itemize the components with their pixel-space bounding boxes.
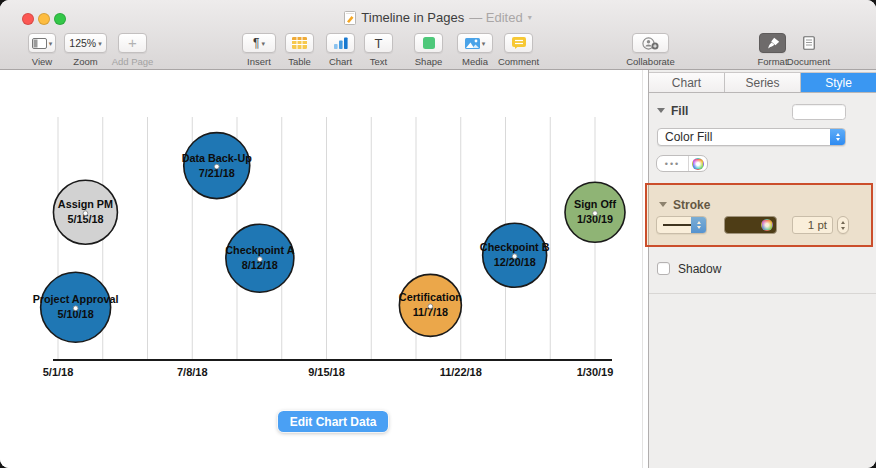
shape-label: Shape bbox=[415, 56, 442, 67]
stroke-width-field[interactable]: 1 pt bbox=[792, 216, 833, 234]
title-chevron-icon: ▾ bbox=[528, 14, 532, 22]
comment-label: Comment bbox=[498, 56, 539, 67]
data-point-marker bbox=[593, 211, 598, 216]
data-point-marker bbox=[214, 164, 219, 169]
zoom-value: 125% bbox=[69, 37, 96, 49]
chart-button[interactable] bbox=[326, 33, 355, 53]
section-divider bbox=[649, 293, 876, 294]
fill-type-value: Color Fill bbox=[658, 130, 830, 144]
shadow-label: Shadow bbox=[678, 262, 721, 276]
color-dots-icon: ••• bbox=[657, 159, 688, 169]
collaborate-button[interactable] bbox=[632, 33, 669, 53]
x-axis-tick-label: 9/15/18 bbox=[308, 366, 345, 378]
timeline-bubble-chart[interactable]: 5/1/187/8/189/15/1811/22/181/30/19Projec… bbox=[0, 70, 648, 468]
format-sidebar: Chart Series Style Fill Color Fill ••• S… bbox=[648, 70, 876, 468]
shape-button[interactable] bbox=[414, 33, 443, 53]
table-icon bbox=[292, 37, 307, 49]
collaborate-label: Collaborate bbox=[626, 56, 675, 67]
chevron-down-icon: ▾ bbox=[261, 40, 265, 47]
text-label: Text bbox=[370, 56, 387, 67]
stroke-line-style-dropdown[interactable] bbox=[656, 216, 707, 234]
format-button[interactable] bbox=[759, 33, 786, 53]
insert-label: Insert bbox=[247, 56, 271, 67]
bubble-label: Assign PM bbox=[58, 198, 113, 210]
document-title: Timeline in Pages bbox=[361, 10, 464, 25]
toolbar: Timeline in Pages — Edited ▾ ▾ View 125%… bbox=[0, 0, 876, 70]
zoom-button[interactable]: 125% ▾ bbox=[64, 33, 107, 53]
bubble-label: Checkpoint B bbox=[480, 241, 550, 253]
edit-chart-data-button[interactable]: Edit Chart Data bbox=[278, 411, 388, 432]
collaborate-person-icon bbox=[642, 37, 659, 50]
dropdown-stepper-icon bbox=[691, 217, 706, 233]
fill-color-swatch[interactable] bbox=[792, 104, 846, 120]
fill-type-dropdown[interactable]: Color Fill bbox=[657, 128, 846, 146]
table-label: Table bbox=[288, 56, 311, 67]
shape-square-icon bbox=[423, 37, 435, 49]
paintbrush-icon bbox=[766, 37, 780, 50]
data-point-marker bbox=[257, 257, 262, 262]
color-wheel-cell[interactable] bbox=[688, 156, 707, 171]
document-page-icon bbox=[803, 36, 815, 50]
view-button[interactable]: ▾ bbox=[28, 33, 56, 53]
stroke-section-label: Stroke bbox=[673, 198, 710, 212]
table-button[interactable] bbox=[285, 33, 314, 53]
window-title: Timeline in Pages — Edited ▾ bbox=[0, 10, 876, 25]
shadow-checkbox[interactable] bbox=[657, 262, 670, 275]
x-axis-tick-label: 7/8/18 bbox=[177, 366, 208, 378]
chevron-down-icon: ▾ bbox=[49, 40, 53, 47]
color-wheel-icon bbox=[761, 219, 773, 231]
bubble-label: Sign Off bbox=[574, 198, 616, 210]
fill-disclosure-triangle-icon[interactable] bbox=[657, 108, 665, 113]
stroke-width-stepper[interactable] bbox=[837, 216, 849, 234]
page-edge-line bbox=[642, 70, 643, 468]
chevron-down-icon: ▾ bbox=[98, 40, 102, 47]
bubble-label: Checkpoint A bbox=[225, 244, 294, 256]
zoom-label: Zoom bbox=[73, 56, 97, 67]
text-button[interactable]: T bbox=[364, 33, 393, 53]
data-point-marker bbox=[512, 254, 517, 259]
x-axis-tick-label: 11/22/18 bbox=[440, 366, 482, 378]
paragraph-icon: ¶ bbox=[253, 36, 259, 50]
stroke-color-well[interactable] bbox=[724, 216, 777, 234]
document-canvas: 5/1/187/8/189/15/1811/22/181/30/19Projec… bbox=[0, 70, 648, 468]
tab-style[interactable]: Style bbox=[801, 73, 876, 92]
edited-status: — Edited bbox=[469, 10, 522, 25]
document-button[interactable] bbox=[795, 33, 822, 53]
solid-line-icon bbox=[663, 224, 691, 226]
plus-icon: + bbox=[128, 35, 137, 50]
format-label: Format bbox=[757, 56, 787, 67]
tab-series[interactable]: Series bbox=[725, 73, 801, 92]
stroke-disclosure-triangle-icon[interactable] bbox=[659, 202, 667, 207]
bubble-label: Data Back-Up bbox=[182, 152, 253, 164]
bubble-label: Certification bbox=[399, 291, 462, 303]
stroke-highlight-annotation bbox=[645, 183, 873, 247]
sidebar-tab-bar: Chart Series Style bbox=[649, 72, 876, 93]
comment-button[interactable] bbox=[504, 33, 533, 53]
data-point-marker bbox=[73, 306, 78, 311]
x-axis-tick-label: 1/30/19 bbox=[577, 366, 614, 378]
pages-window: Timeline in Pages — Edited ▾ ▾ View 125%… bbox=[0, 0, 876, 468]
fill-color-options-control[interactable]: ••• bbox=[656, 155, 708, 172]
add-page-button[interactable]: + bbox=[118, 33, 147, 53]
media-button[interactable]: ▾ bbox=[457, 33, 493, 53]
pages-doc-icon bbox=[344, 11, 356, 25]
comment-icon bbox=[512, 37, 526, 49]
color-wheel-icon bbox=[692, 158, 704, 170]
dropdown-stepper-icon bbox=[830, 129, 845, 145]
data-point-marker bbox=[83, 211, 88, 216]
fill-section-label: Fill bbox=[671, 104, 688, 118]
document-label: Document bbox=[787, 56, 830, 67]
chevron-down-icon: ▾ bbox=[482, 40, 486, 47]
x-axis-tick-label: 5/1/18 bbox=[43, 366, 74, 378]
add-page-label: Add Page bbox=[112, 56, 154, 67]
text-T-icon: T bbox=[375, 36, 383, 51]
bar-chart-icon bbox=[334, 37, 348, 49]
media-label: Media bbox=[462, 56, 488, 67]
sidebar-panel-icon bbox=[32, 38, 47, 49]
tab-chart[interactable]: Chart bbox=[649, 73, 725, 92]
bubble-label: Project Approval bbox=[33, 293, 119, 305]
view-label: View bbox=[32, 56, 52, 67]
insert-button[interactable]: ¶ ▾ bbox=[242, 33, 276, 53]
media-photo-icon bbox=[465, 38, 480, 49]
data-point-marker bbox=[428, 304, 433, 309]
